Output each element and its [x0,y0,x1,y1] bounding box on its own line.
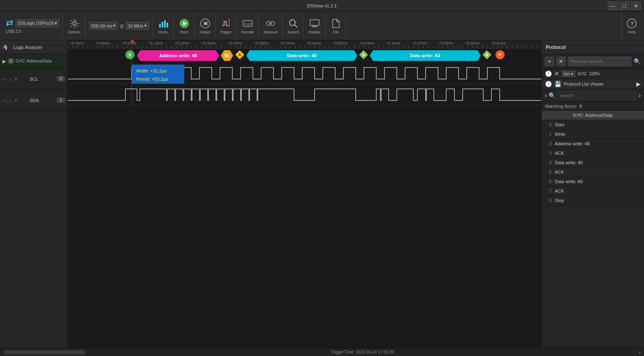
mode-button[interactable]: Mode [156,17,171,35]
device-name: DSLogic U3Pro16 [18,21,54,26]
options-section: Options [64,13,85,39]
help-label: Help [628,30,636,34]
protocol-list-search-input[interactable] [557,91,637,100]
svg-rect-25 [3,46,4,49]
measure-width: Width: +31.2µs [136,67,180,75]
scl-signal-row[interactable]: ⌐¬_¬_ ✕ SCL 0 [0,68,67,90]
decode-wr[interactable]: Wr [221,50,233,61]
decode-ack2[interactable]: A [359,50,368,59]
decode-expand-icon: ▶ [2,58,6,64]
decode-stop[interactable]: P [496,50,505,59]
proto-item-text: ACK [555,188,564,193]
protocol-search-icon[interactable]: 🔍 [634,58,641,65]
proto-clock-icon[interactable]: 🕐 [545,70,552,77]
protocol-list-item[interactable]: 7 ACK [542,186,644,196]
protocol-list-item[interactable]: 2 Address write: 48 [542,139,644,149]
svg-rect-2 [162,22,163,28]
help-section: ? Help [621,13,642,39]
measure-section: Measure [259,13,283,39]
status-nav-right[interactable]: › [639,349,641,355]
proto-item-text: Address write: 48 [555,141,590,146]
samplefreq-selector[interactable]: 10 MHz ▾ [126,22,149,30]
i2c-decode-bar: S Address write: 48 Wr A Data write: 40 … [68,49,541,63]
sampletime-selector[interactable]: 500.00 ms ▾ [89,22,118,30]
sda-signal-row[interactable]: ⌐¬_¬_ ✕ SDA 1 [0,90,67,111]
proto-item-index: 5 [545,170,551,175]
svg-rect-1 [159,24,161,28]
device-selector[interactable]: DSLogic U3Pro16 ▾ [16,19,59,27]
decode-button[interactable]: 01 10 Decode [240,17,256,35]
protocol-list-item[interactable]: 1 Write [542,130,644,139]
display-button[interactable]: Display [307,17,322,35]
decode-data-write-40[interactable]: Data write: 40 [246,50,357,61]
protocol-search-input[interactable] [568,57,631,66]
tick-8: +5.70ms [280,41,295,45]
protocol-list-item[interactable]: 4 Data write: 40 [542,158,644,168]
protocol-list-back-icon[interactable]: 🕐 [545,81,552,87]
protocol-list-save-icon[interactable]: 💾 [554,81,561,87]
format-selector[interactable]: hex ▾ [562,71,575,77]
search-icon [287,18,299,29]
protocol-search-next[interactable]: › [639,92,641,99]
trigger-line [132,49,132,62]
svg-point-18 [290,20,295,26]
tick-9: +5.81ms [307,41,321,45]
matching-label: Matching Items: [545,104,577,109]
proto-item-index: 0 [545,123,551,127]
minimize-button[interactable]: — [608,2,618,10]
tick-15: +6.50ms [465,41,480,45]
mode-section: Mode [153,13,174,39]
decode-ack1[interactable]: A [235,50,244,59]
right-panel: Protocol + ✕ 🔍 🕐 ✕ hex ▾ 0:I²C 100% 🕐 💾 … [541,40,644,348]
protocol-list-item[interactable]: 3 ACK [542,149,644,158]
scl-value: 0 [57,76,65,81]
maximize-button[interactable]: □ [619,2,629,10]
tick-12: +6.16ms [386,41,401,45]
options-button[interactable]: Options [66,17,82,35]
device-dropdown-arrow: ▾ [55,21,57,26]
device-icon-row: ⇄ DSLogic U3Pro16 ▾ [6,18,59,28]
decode-section: 01 10 Decode [237,13,259,39]
decode-data-write-a0[interactable]: Data write: A0 [370,50,481,61]
decode-start[interactable]: S [125,50,134,59]
proto-percent-label: 100% [589,72,600,76]
instant-button[interactable]: Instant [198,17,213,35]
protocol-search-prev[interactable]: ‹ [545,92,547,99]
help-button[interactable]: ? Help [624,17,639,35]
measure-icon [265,18,276,29]
protocol-list-export-icon[interactable]: ▶ [636,81,641,87]
trigger-time: Trigger Time: 2022-10-24 17:55:39 [331,350,394,354]
add-protocol-button[interactable]: + [545,57,554,66]
decode-address-write[interactable]: Address write: 48 [137,50,219,61]
search-button[interactable]: Search [286,17,301,35]
matching-items-row: Matching Items: 9 [542,102,644,111]
trigger-button[interactable]: Trigger [219,17,234,35]
app-title: DSView v1.2.1 [307,3,337,8]
i2c-decode-row[interactable]: ▶ D 0:I²C: Address/Data [0,54,67,68]
decode-ack3[interactable]: A [482,50,491,59]
tick-4: +5.24ms [175,41,189,45]
protocol-list-item[interactable]: 6 Data write: A0 [542,177,644,186]
mode-icon [158,18,169,29]
proto-item-index: 4 [545,161,551,165]
sda-svg [68,84,541,105]
waveform-area[interactable]: +4.79ms +4.90ms +5.02ms +5.13ms +5.24ms … [68,40,541,348]
protocol-list-item[interactable]: 0 Start [542,120,644,130]
svg-rect-20 [310,20,319,26]
measure-button[interactable]: Measure [262,17,280,35]
file-button[interactable]: File [329,17,343,35]
file-label: File [333,30,339,34]
scrollbar[interactable] [3,350,86,354]
start-button[interactable]: Start [177,17,192,35]
logic-analyzer-title: Logic Analyzer [13,45,43,50]
proto-item-index: 1 [545,132,551,137]
remove-protocol-button[interactable]: ✕ [556,57,565,66]
search-label: Search [287,30,299,34]
proto-clear-icon[interactable]: ✕ [554,70,559,77]
protocol-list-item[interactable]: 5 ACK [542,168,644,177]
protocol-list-item[interactable]: 8 Stop [542,196,644,205]
close-button[interactable]: ✕ [631,2,641,10]
matching-count: 9 [579,104,582,109]
device-icon: ⇄ [6,18,13,28]
title-bar: DSView v1.2.1 — □ ✕ [0,0,644,12]
